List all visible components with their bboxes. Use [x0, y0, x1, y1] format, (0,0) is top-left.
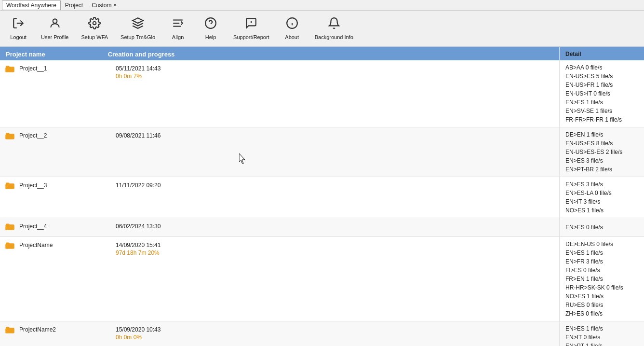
project-name: Project__2: [19, 131, 116, 139]
creation-progress: 0h 0m 7%: [116, 73, 161, 80]
about-label: About: [285, 34, 299, 40]
table-row[interactable]: Project__105/11/2021 14:430h 0m 7%AB>AA …: [0, 60, 644, 127]
bell-icon: [328, 17, 340, 32]
project-left-col: Project__105/11/2021 14:430h 0m 7%: [0, 60, 559, 127]
creation-date: 11/11/2022 09:20: [116, 182, 161, 189]
logout-icon: [12, 17, 25, 32]
detail-line: ZH>ES 0 file/s: [565, 309, 644, 318]
table-body: Project__105/11/2021 14:430h 0m 7%AB>AA …: [0, 60, 644, 346]
folder-icon: [5, 182, 14, 192]
background-info-label: Background Info: [315, 34, 353, 40]
folder-icon: [5, 65, 14, 75]
detail-line: EN>IT 3 file/s: [565, 197, 644, 206]
table-row[interactable]: Project__406/02/2024 13:30EN>ES 0 file/s: [0, 218, 644, 237]
creation-info: 06/02/2024 13:30: [116, 222, 161, 230]
svg-rect-19: [5, 329, 14, 333]
project-detail-col: EN>ES 0 file/s: [559, 218, 644, 236]
detail-line: EN>PT 1 file/s: [565, 342, 644, 346]
project-left-col: Project__311/11/2022 09:20: [0, 177, 559, 218]
folder-icon: [5, 326, 14, 336]
creation-date: 15/09/2020 10:43: [116, 326, 161, 333]
user-profile-button[interactable]: User Profile: [37, 13, 73, 44]
help-button[interactable]: Help: [196, 13, 225, 44]
detail-line: EN>FR 3 file/s: [565, 257, 644, 266]
detail-line: DE>EN-US 0 file/s: [565, 240, 644, 249]
project-detail-col: DE>EN 1 file/sEN-US>ES 8 file/sEN-US>ES-…: [559, 127, 644, 177]
align-button[interactable]: Align: [163, 13, 192, 44]
setup-tm-glo-button[interactable]: Setup Tm&Glo: [116, 13, 160, 44]
detail-line: FI>ES 0 file/s: [565, 266, 644, 275]
detail-line: EN>SV-SE 1 file/s: [565, 107, 644, 115]
support-icon: [245, 17, 257, 32]
gear-icon: [88, 17, 101, 32]
header-project-name: Project name: [6, 51, 45, 58]
svg-point-2: [53, 19, 57, 23]
support-report-label: Support/Report: [233, 34, 269, 40]
user-icon: [49, 17, 61, 32]
table-header: Project name Creation and progress Detai…: [0, 47, 644, 60]
svg-rect-17: [5, 225, 14, 230]
detail-line: EN>ES 3 file/s: [565, 156, 644, 165]
chevron-down-icon: ▼: [113, 2, 118, 8]
background-info-button[interactable]: Background Info: [310, 13, 358, 44]
menu-project[interactable]: Project: [61, 0, 87, 10]
menu-bar: Wordfast Anywhere Project Custom ▼: [0, 0, 644, 11]
creation-info: 14/09/2020 15:4197d 18h 7m 20%: [116, 241, 161, 256]
help-label: Help: [205, 34, 216, 40]
project-detail-col: EN>ES 3 file/sEN>ES-LA 0 file/sEN>IT 3 f…: [559, 177, 644, 218]
folder-icon: [5, 242, 14, 251]
svg-rect-14: [5, 68, 14, 72]
detail-line: NO>ES 1 file/s: [565, 206, 644, 215]
project-left-col: Project__406/02/2024 13:30: [0, 218, 559, 236]
detail-line: EN>ES 1 file/s: [565, 324, 644, 333]
detail-line: NO>ES 1 file/s: [565, 292, 644, 301]
about-icon: [286, 17, 298, 32]
project-name: ProjectName2: [19, 325, 116, 333]
detail-line: AB>AA 0 file/s: [565, 63, 644, 72]
table-row[interactable]: ProjectName215/09/2020 10:430h 0m 0%EN>E…: [0, 321, 644, 346]
svg-rect-18: [5, 244, 14, 249]
project-name: Project__1: [19, 64, 116, 72]
detail-line: EN>IT 0 file/s: [565, 333, 644, 342]
creation-info: 11/11/2022 09:20: [116, 181, 161, 189]
setup-wfa-label: Setup WFA: [81, 34, 108, 40]
creation-date: 06/02/2024 13:30: [116, 223, 161, 230]
about-button[interactable]: About: [278, 13, 307, 44]
support-report-button[interactable]: Support/Report: [229, 13, 274, 44]
project-left-col: ProjectName14/09/2020 15:4197d 18h 7m 20…: [0, 237, 559, 321]
detail-line: FR>EN 1 file/s: [565, 275, 644, 283]
folder-icon: [5, 132, 14, 142]
menu-wordfast-anywhere[interactable]: Wordfast Anywhere: [2, 0, 61, 10]
menu-custom[interactable]: Custom ▼: [87, 0, 121, 10]
detail-line: EN>ES 3 file/s: [565, 180, 644, 189]
detail-line: EN-US>ES 5 file/s: [565, 72, 644, 81]
svg-rect-15: [5, 135, 14, 139]
align-icon: [172, 17, 184, 32]
detail-line: EN>ES-LA 0 file/s: [565, 189, 644, 197]
detail-line: RU>ES 0 file/s: [565, 301, 644, 309]
detail-line: EN-US>IT 0 file/s: [565, 89, 644, 98]
toolbar: Logout User Profile Setup WFA: [0, 11, 644, 47]
setup-wfa-button[interactable]: Setup WFA: [77, 13, 112, 44]
detail-line: DE>EN 1 file/s: [565, 130, 644, 139]
creation-info: 09/08/2021 11:46: [116, 131, 161, 139]
setup-tm-glo-label: Setup Tm&Glo: [121, 34, 155, 40]
logout-button[interactable]: Logout: [4, 13, 33, 44]
detail-line: EN-US>FR 1 file/s: [565, 81, 644, 89]
detail-line: HR-HR>SK-SK 0 file/s: [565, 283, 644, 292]
project-detail-col: AB>AA 0 file/sEN-US>ES 5 file/sEN-US>FR …: [559, 60, 644, 127]
detail-line: EN-US>ES 8 file/s: [565, 139, 644, 148]
detail-line: EN>PT-BR 2 file/s: [565, 165, 644, 174]
creation-date: 09/08/2021 11:46: [116, 132, 161, 139]
user-profile-label: User Profile: [41, 34, 68, 40]
main-table-area: Project name Creation and progress Detai…: [0, 47, 644, 346]
creation-progress: 97d 18h 7m 20%: [116, 249, 161, 256]
table-row[interactable]: ProjectName14/09/2020 15:4197d 18h 7m 20…: [0, 237, 644, 321]
project-name: Project__4: [19, 222, 116, 230]
creation-progress: 0h 0m 0%: [116, 334, 161, 341]
creation-info: 05/11/2021 14:430h 0m 7%: [116, 64, 161, 80]
table-row[interactable]: Project__311/11/2022 09:20EN>ES 3 file/s…: [0, 177, 644, 218]
folder-icon: [5, 223, 14, 233]
project-left-col: ProjectName215/09/2020 10:430h 0m 0%: [0, 321, 559, 346]
table-row[interactable]: Project__209/08/2021 11:46DE>EN 1 file/s…: [0, 127, 644, 177]
